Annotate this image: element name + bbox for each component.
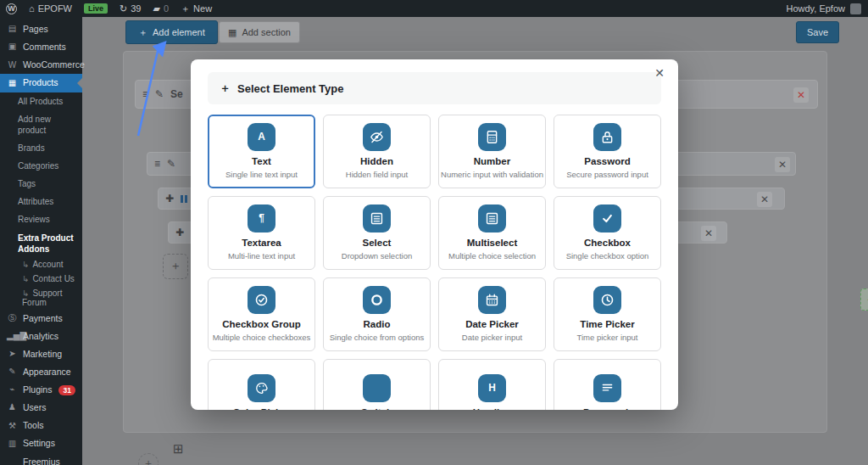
sidebar-item-appearance[interactable]: ✎Appearance <box>0 363 82 381</box>
wordpress-logo-icon[interactable]: W <box>0 0 23 17</box>
delete-section-icon[interactable]: ✕ <box>793 87 809 103</box>
sidebar-item-brands[interactable]: Brands <box>0 139 82 157</box>
sidebar-item-label: Tools <box>23 420 44 431</box>
sidebar-item-analytics[interactable]: ▂▅▇Analytics <box>0 328 82 345</box>
sidebar-item-extra-product-addons[interactable]: Extra Product Addons <box>0 228 82 257</box>
remove-row-icon[interactable]: ✕ <box>775 157 790 172</box>
sidebar-item-contact-us[interactable]: ↳Contact Us <box>0 272 82 286</box>
new-menu[interactable]: ＋ New <box>175 0 218 17</box>
site-link[interactable]: ⌂ EPOFW <box>23 0 78 17</box>
card-label: Password <box>584 156 630 167</box>
sidebar-item-comments[interactable]: ▣Comments <box>0 38 82 56</box>
edit-pencil-icon[interactable]: ✎ <box>167 159 175 169</box>
radio-ring-icon <box>363 286 391 314</box>
plus-icon: ＋ <box>220 81 231 96</box>
sidebar-item-support-forum[interactable]: ↳Support Forum <box>0 286 82 310</box>
products-icon: ▦ <box>7 78 18 89</box>
element-type-card-select[interactable]: SelectDropdown selection <box>323 196 431 270</box>
sidebar-item-marketing[interactable]: ➤Marketing <box>0 345 82 363</box>
element-type-card-text[interactable]: ATextSingle line text input <box>208 115 315 188</box>
modal-title: Select Element Type <box>237 82 343 95</box>
sidebar-item-tools[interactable]: ⚒Tools <box>0 417 82 434</box>
plugins-update-badge: 31 <box>58 385 75 395</box>
card-label: Multiselect <box>467 238 517 249</box>
element-type-card-checkbox-group[interactable]: Checkbox GroupMultiple choice checkboxes <box>208 277 315 351</box>
avatar[interactable] <box>850 3 861 14</box>
sidebar-subitem-label: Contact Us <box>32 274 74 283</box>
sidebar-item-label: WooCommerce <box>23 59 85 70</box>
add-column-button[interactable]: ＋ <box>860 289 868 311</box>
layout-grid-icon[interactable]: ⊞ <box>173 441 184 457</box>
element-type-card-hidden[interactable]: HiddenHidden field input <box>323 115 431 188</box>
card-description: Multiple choice selection <box>448 252 536 261</box>
add-element-button[interactable]: ＋ Add element <box>125 20 218 44</box>
sidebar-item-reviews[interactable]: Reviews <box>0 210 82 228</box>
check-circle-icon <box>248 286 275 314</box>
sidebar-item-plugins[interactable]: ⌁Plugins31 <box>0 381 82 399</box>
element-type-card-switch[interactable]: Switch <box>323 359 431 410</box>
add-section-button[interactable]: ▦ Add section <box>219 21 300 43</box>
element-type-card-password[interactable]: PasswordSecure password input <box>554 115 661 188</box>
return-arrow-icon: ↳ <box>22 289 29 298</box>
element-type-card-textarea[interactable]: ¶TextareaMulti-line text input <box>208 196 315 270</box>
sidebar-item-pages[interactable]: ▤Pages <box>0 20 82 38</box>
remove-element-icon[interactable]: ✕ <box>701 226 716 241</box>
remove-element-icon[interactable]: ✕ <box>757 192 772 207</box>
sidebar-item-account[interactable]: ↳Account <box>0 257 82 272</box>
howdy-text[interactable]: Howdy, Epfow <box>787 3 846 14</box>
svg-text:¶: ¶ <box>259 213 264 225</box>
sidebar-item-all-products[interactable]: All Products <box>0 92 82 110</box>
sidebar-subitem-label: Attributes <box>18 197 53 206</box>
card-label: Checkbox <box>584 238 631 249</box>
drag-handle-icon[interactable]: ≡ <box>142 89 148 99</box>
card-description: Single checkbox option <box>566 252 649 261</box>
edit-pencil-icon[interactable]: ✎ <box>155 89 164 99</box>
pages-icon: ▤ <box>7 24 18 35</box>
element-type-card-multiselect[interactable]: MultiselectMultiple choice selection <box>438 196 546 270</box>
card-label: Paragraph <box>583 407 632 410</box>
sidebar-subitem-label: Tags <box>18 179 36 188</box>
move-icon[interactable]: ✚ <box>175 227 184 238</box>
element-type-card-checkbox[interactable]: CheckboxSingle checkbox option <box>554 196 661 270</box>
sidebar-item-woocommerce[interactable]: WWooCommerce <box>0 56 82 74</box>
element-type-card-number[interactable]: NumberNumeric input with validation <box>438 115 546 188</box>
sidebar-item-label: Plugins <box>23 384 52 395</box>
element-type-card-paragraph[interactable]: Paragraph <box>554 359 661 410</box>
pause-columns-icon[interactable] <box>181 195 187 203</box>
updates-indicator[interactable]: ↻ 39 <box>114 0 147 17</box>
add-field-dropzone[interactable]: ＋ <box>163 254 188 279</box>
sidebar-subitem-label: Add new product <box>18 115 51 135</box>
svg-text:H: H <box>488 382 496 394</box>
element-type-card-color-picker[interactable]: Color Picker <box>208 359 315 410</box>
sidebar-item-label: Freemius Debug [v.2.13.0] <box>23 457 75 465</box>
sidebar-item-attributes[interactable]: Attributes <box>0 193 82 210</box>
sidebar-item-settings[interactable]: ▥Settings <box>0 434 82 452</box>
element-type-card-date-picker[interactable]: Date PickerDate picker input <box>438 277 546 351</box>
comments-indicator[interactable]: ▰ 0 <box>147 0 175 17</box>
sidebar-item-add-new-product[interactable]: Add new product <box>0 110 82 139</box>
sidebar-item-freemius-debug-v-2-13-0[interactable]: ⚙Freemius Debug [v.2.13.0] <box>0 453 82 465</box>
close-icon[interactable]: ✕ <box>651 64 668 81</box>
element-type-card-radio[interactable]: RadioSingle choice from options <box>323 277 431 351</box>
card-description: Secure password input <box>566 171 648 179</box>
sidebar-item-users[interactable]: ♟Users <box>0 399 82 417</box>
add-section-dropzone[interactable]: ＋ <box>138 453 159 465</box>
sidebar-item-tags[interactable]: Tags <box>0 175 82 193</box>
sidebar-item-label: Marketing <box>23 349 62 360</box>
sidebar-item-label: Settings <box>23 438 55 449</box>
select-element-type-modal: ✕ ＋ Select Element Type ATextSingle line… <box>191 59 678 410</box>
sidebar-item-products[interactable]: ▦Products <box>0 74 82 92</box>
check-icon <box>593 204 621 232</box>
save-button[interactable]: Save <box>796 21 839 43</box>
element-type-card-time-picker[interactable]: Time PickerTime picker input <box>554 277 661 351</box>
sidebar-item-categories[interactable]: Categories <box>0 157 82 175</box>
card-label: Number <box>474 156 510 167</box>
card-description: Hidden field input <box>346 171 408 179</box>
drag-handle-icon[interactable]: ≡ <box>154 159 160 169</box>
element-type-card-heading[interactable]: HHeading <box>438 359 546 410</box>
move-icon[interactable]: ✚ <box>165 193 174 204</box>
sidebar-item-payments[interactable]: ⓈPayments <box>0 310 82 328</box>
modal-header: ＋ Select Element Type <box>208 72 661 104</box>
payments-icon: Ⓢ <box>7 313 18 324</box>
heading-h-icon: H <box>478 374 506 402</box>
